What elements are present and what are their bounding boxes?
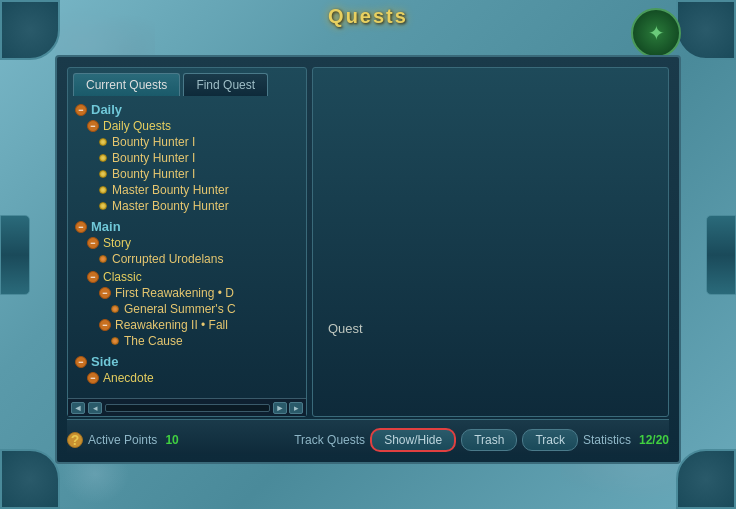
side-label: Side (91, 354, 118, 369)
quest-bullet-icon (99, 202, 107, 210)
side-decoration-left (0, 215, 30, 295)
daily-label: Daily (91, 102, 122, 117)
quest-reawakening2: Reawakening II • Fall (115, 318, 228, 332)
statistics-value: 12/20 (639, 433, 669, 447)
floral-decoration-tl (55, 0, 155, 55)
quest-bullet-icon (111, 337, 119, 345)
tab-find-quest[interactable]: Find Quest (183, 73, 268, 96)
scroll-right2-button[interactable]: ▸ (289, 402, 303, 414)
scroll-left2-button[interactable]: ◂ (88, 402, 102, 414)
quest-corrupted: Corrupted Urodelans (112, 252, 223, 266)
collapse-anecdote-icon[interactable]: − (87, 372, 99, 384)
quest-name-bh1: Bounty Hunter I (112, 135, 195, 149)
arrow-left-icon: ◄ (74, 403, 83, 413)
list-item[interactable]: Bounty Hunter I (73, 166, 306, 182)
quest-general-summers: General Summer's C (124, 302, 236, 316)
collapse-story-icon[interactable]: − (87, 237, 99, 249)
arrow-right-icon: ► (276, 403, 285, 413)
collapse-reawakening1-icon[interactable]: − (99, 287, 111, 299)
collapse-main-icon[interactable]: − (75, 221, 87, 233)
statistics-label: Statistics (583, 433, 631, 447)
h-scroll-track[interactable] (105, 404, 270, 412)
collapse-classic-icon[interactable]: − (87, 271, 99, 283)
list-item[interactable]: − Anecdote (73, 370, 306, 386)
tree-group-daily-quests[interactable]: − Daily Quests (73, 118, 306, 134)
story-label: Story (103, 236, 131, 250)
corner-decoration-bl (0, 449, 60, 509)
tree-scroll[interactable]: − Daily − Daily Quests Bounty Hunter I (73, 101, 306, 393)
list-item[interactable]: Corrupted Urodelans (73, 251, 306, 267)
title-bar: Quests (328, 5, 408, 28)
list-item[interactable]: The Cause (73, 333, 306, 349)
scroll-right-button[interactable]: ► (273, 402, 287, 414)
tab-current-quests[interactable]: Current Quests (73, 73, 180, 96)
tree-category-daily[interactable]: − Daily (73, 101, 306, 118)
daily-quests-label: Daily Quests (103, 119, 171, 133)
show-hide-button[interactable]: Show/Hide (370, 428, 456, 452)
quest-name-bh2: Bounty Hunter I (112, 151, 195, 165)
collapse-reawakening2-icon[interactable]: − (99, 319, 111, 331)
arrow-right2-icon: ▸ (294, 403, 299, 413)
quest-the-cause: The Cause (124, 334, 183, 348)
right-panel: Quest (312, 67, 669, 417)
tree-category-side[interactable]: − Side (73, 353, 306, 370)
list-item[interactable]: Master Bounty Hunter (73, 182, 306, 198)
compass-icon: ✦ (648, 21, 665, 45)
corner-decoration-tr (676, 0, 736, 60)
bottom-bar: ? Active Points 10 Track Quests Show/Hid… (67, 419, 669, 454)
main-label: Main (91, 219, 121, 234)
track-quests-label: Track Quests (294, 433, 365, 447)
window-title: Quests (328, 5, 408, 27)
corner-decoration-br (676, 449, 736, 509)
quest-detail-label: Quest (328, 321, 363, 336)
quest-name-bh3: Bounty Hunter I (112, 167, 195, 181)
side-decoration-right (706, 215, 736, 295)
horizontal-scrollbar: ◄ ◂ ► ▸ (68, 398, 306, 416)
classic-label: Classic (103, 270, 142, 284)
scroll-left-button[interactable]: ◄ (71, 402, 85, 414)
compass-seal: ✦ (631, 8, 681, 58)
tree-area: − Daily − Daily Quests Bounty Hunter I (68, 96, 306, 398)
main-window: Current Quests Find Quest − Daily − (55, 55, 681, 464)
quest-bullet-icon (99, 154, 107, 162)
list-item[interactable]: General Summer's C (73, 301, 306, 317)
scroll-right-controls: ► ▸ (273, 402, 303, 414)
quest-bullet-icon (99, 138, 107, 146)
list-item[interactable]: Bounty Hunter I (73, 134, 306, 150)
quest-bullet-icon (99, 170, 107, 178)
quest-bullet-icon (99, 255, 107, 263)
track-button[interactable]: Track (522, 429, 578, 451)
floral-decoration-bl (55, 459, 135, 509)
collapse-daily-quests-icon[interactable]: − (87, 120, 99, 132)
trash-button[interactable]: Trash (461, 429, 517, 451)
anecdote-label: Anecdote (103, 371, 154, 385)
tree-group-story[interactable]: − Story (73, 235, 306, 251)
left-panel: Current Quests Find Quest − Daily − (67, 67, 307, 417)
list-item[interactable]: − Reawakening II • Fall (73, 317, 306, 333)
corner-decoration-tl (0, 0, 60, 60)
quest-first-reawakening: First Reawakening • D (115, 286, 234, 300)
list-item[interactable]: Master Bounty Hunter (73, 198, 306, 214)
collapse-daily-icon[interactable]: − (75, 104, 87, 116)
tree-category-main[interactable]: − Main (73, 218, 306, 235)
content-area: Current Quests Find Quest − Daily − (67, 67, 669, 417)
quest-name-mbh2: Master Bounty Hunter (112, 199, 229, 213)
collapse-side-icon[interactable]: − (75, 356, 87, 368)
tab-bar: Current Quests Find Quest (68, 68, 306, 96)
help-icon[interactable]: ? (67, 432, 83, 448)
tree-group-classic[interactable]: − Classic (73, 269, 306, 285)
quest-bullet-icon (99, 186, 107, 194)
active-points-value: 10 (165, 433, 178, 447)
quest-bullet-icon (111, 305, 119, 313)
arrow-left2-icon: ◂ (93, 403, 98, 413)
list-item[interactable]: − First Reawakening • D (73, 285, 306, 301)
list-item[interactable]: Bounty Hunter I (73, 150, 306, 166)
active-points-label: Active Points (88, 433, 157, 447)
quest-name-mbh1: Master Bounty Hunter (112, 183, 229, 197)
